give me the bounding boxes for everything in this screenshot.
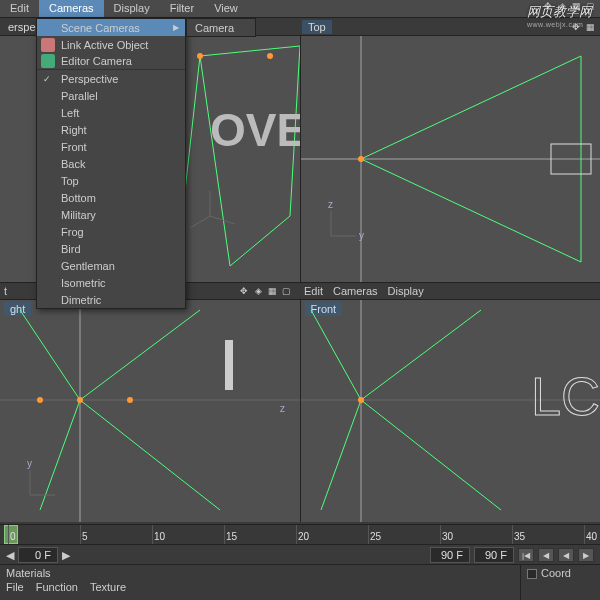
svg-line-37 bbox=[361, 310, 481, 400]
svg-point-40 bbox=[358, 397, 364, 403]
materials-title: Materials bbox=[6, 567, 514, 579]
viewport-right[interactable]: ght z y bbox=[0, 300, 301, 522]
svg-point-6 bbox=[267, 53, 273, 59]
prev-key-icon[interactable]: ◀ bbox=[6, 549, 14, 562]
bottom-bar: Materials File Function Texture Coord bbox=[0, 564, 600, 600]
prev-frame-button[interactable]: ◀ bbox=[538, 548, 554, 562]
mid-menu-t[interactable]: t bbox=[4, 285, 7, 297]
svg-point-29 bbox=[127, 397, 133, 403]
move-icon[interactable]: ✥ bbox=[238, 285, 250, 297]
end-frame-field[interactable]: 90 F bbox=[430, 547, 470, 563]
svg-point-15 bbox=[358, 156, 364, 162]
chevron-right-icon: ▶ bbox=[173, 23, 179, 32]
svg-point-5 bbox=[197, 53, 203, 59]
top-menubar: Edit Cameras Display Filter View ✥ ◈ ▦ ▢ bbox=[0, 0, 600, 18]
timeline-controls: ◀ 0 F ▶ 90 F 90 F |◀ ◀ ◀ ▶ bbox=[0, 545, 600, 565]
mid-menu-edit[interactable]: Edit bbox=[304, 285, 323, 297]
menu-left[interactable]: Left bbox=[37, 104, 185, 121]
svg-text:z: z bbox=[280, 403, 285, 414]
tab-texture[interactable]: Texture bbox=[90, 581, 126, 593]
svg-line-26 bbox=[80, 400, 220, 510]
cameras-dropdown: Scene Cameras▶ Link Active Object Editor… bbox=[36, 18, 186, 309]
submenu-camera[interactable]: Camera bbox=[187, 19, 255, 36]
svg-line-0 bbox=[200, 46, 300, 56]
viewport-front[interactable]: Front LC bbox=[301, 300, 601, 522]
svg-line-12 bbox=[361, 56, 581, 159]
svg-line-38 bbox=[321, 400, 361, 510]
svg-line-3 bbox=[230, 216, 290, 266]
viewport-label-tr: Top bbox=[302, 20, 332, 34]
svg-line-24 bbox=[80, 310, 200, 400]
svg-point-28 bbox=[37, 397, 43, 403]
svg-line-39 bbox=[361, 400, 501, 510]
svg-line-23 bbox=[20, 310, 80, 400]
svg-text:y: y bbox=[27, 458, 32, 469]
svg-line-13 bbox=[361, 159, 581, 262]
tab-function[interactable]: Function bbox=[36, 581, 78, 593]
mid-menu-display[interactable]: Display bbox=[388, 285, 424, 297]
svg-text:z: z bbox=[328, 199, 333, 210]
menu-isometric[interactable]: Isometric bbox=[37, 274, 185, 291]
menu-edit[interactable]: Edit bbox=[0, 0, 39, 17]
barcode-icon bbox=[225, 340, 233, 390]
menu-dimetric[interactable]: Dimetric bbox=[37, 291, 185, 308]
viewport-top[interactable]: zy bbox=[301, 36, 601, 282]
menu-parallel[interactable]: Parallel bbox=[37, 87, 185, 104]
zoom-icon[interactable]: ◈ bbox=[252, 285, 264, 297]
svg-line-25 bbox=[40, 400, 80, 510]
menu-frog[interactable]: Frog bbox=[37, 223, 185, 240]
menu-military[interactable]: Military bbox=[37, 206, 185, 223]
timeline: 0510152025303540 ◀ 0 F ▶ 90 F 90 F |◀ ◀ … bbox=[0, 524, 600, 564]
3d-text: OVE bbox=[210, 104, 300, 156]
first-frame-button[interactable]: |◀ bbox=[518, 548, 534, 562]
menu-link-active[interactable]: Link Active Object bbox=[37, 36, 185, 53]
svg-text:y: y bbox=[359, 230, 364, 241]
bottom-viewports: ght z y Front LC bbox=[0, 300, 600, 522]
check-icon: ✓ bbox=[43, 74, 51, 84]
menu-top[interactable]: Top bbox=[37, 172, 185, 189]
grid-icon[interactable]: ▦ bbox=[266, 285, 278, 297]
menu-right[interactable]: Right bbox=[37, 121, 185, 138]
mid-menu-cameras[interactable]: Cameras bbox=[333, 285, 378, 297]
3d-text-front: LC bbox=[531, 366, 600, 426]
play-back-button[interactable]: ◀ bbox=[558, 548, 574, 562]
next-key-icon[interactable]: ▶ bbox=[62, 549, 70, 562]
coord-label: Coord bbox=[541, 567, 571, 579]
menu-cameras[interactable]: Cameras bbox=[39, 0, 104, 17]
coord-checkbox[interactable] bbox=[527, 569, 537, 579]
menu-perspective[interactable]: ✓Perspective bbox=[37, 70, 185, 87]
menu-front[interactable]: Front bbox=[37, 138, 185, 155]
tab-file[interactable]: File bbox=[6, 581, 24, 593]
play-button[interactable]: ▶ bbox=[578, 548, 594, 562]
current-frame-field[interactable]: 0 F bbox=[18, 547, 58, 563]
menu-editor-camera[interactable]: Editor Camera bbox=[37, 53, 185, 70]
menu-filter[interactable]: Filter bbox=[160, 0, 204, 17]
coord-panel: Coord bbox=[520, 565, 600, 600]
watermark: 网页教学网 www.webjx.com bbox=[527, 3, 592, 28]
svg-line-36 bbox=[311, 310, 361, 400]
menu-bird[interactable]: Bird bbox=[37, 240, 185, 257]
maximize-icon[interactable]: ▢ bbox=[280, 285, 292, 297]
menu-display[interactable]: Display bbox=[104, 0, 160, 17]
menu-scene-cameras[interactable]: Scene Cameras▶ bbox=[37, 19, 185, 36]
svg-line-2 bbox=[200, 56, 230, 266]
menu-bottom[interactable]: Bottom bbox=[37, 189, 185, 206]
timeline-ruler[interactable]: 0510152025303540 bbox=[0, 525, 600, 545]
camera-icon bbox=[41, 54, 55, 68]
menu-back[interactable]: Back bbox=[37, 155, 185, 172]
link-icon bbox=[41, 38, 55, 52]
menu-gentleman[interactable]: Gentleman bbox=[37, 257, 185, 274]
svg-point-27 bbox=[77, 397, 83, 403]
svg-line-8 bbox=[210, 216, 235, 224]
menu-view[interactable]: View bbox=[204, 0, 248, 17]
scene-cameras-submenu: Camera bbox=[186, 18, 256, 37]
svg-line-9 bbox=[190, 216, 210, 228]
end-frame2-field[interactable]: 90 F bbox=[474, 547, 514, 563]
